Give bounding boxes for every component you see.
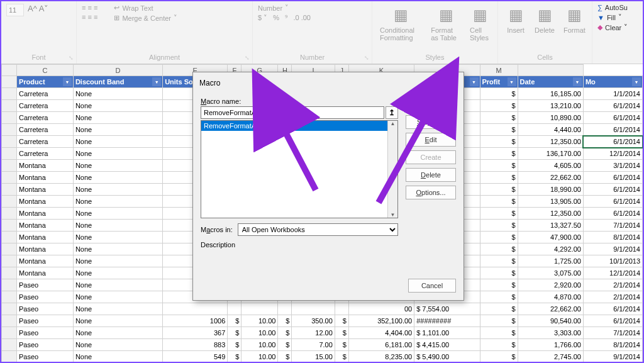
cell[interactable]: $: [480, 291, 518, 303]
cell[interactable]: 13,327.50: [518, 220, 583, 232]
cell[interactable]: 6/1/2014: [583, 136, 642, 148]
format-as-table-button[interactable]: ▦Format as Table: [428, 4, 464, 43]
cell[interactable]: $: [480, 339, 518, 351]
cell[interactable]: $: [480, 315, 518, 327]
cell[interactable]: 8,235.00: [348, 351, 414, 362]
cell[interactable]: 90,540.00: [518, 315, 583, 327]
col-header[interactable]: C: [17, 65, 74, 76]
cell[interactable]: 10/1/2013: [583, 255, 642, 267]
cell[interactable]: $: [480, 184, 518, 196]
macro-list-item[interactable]: RemoveFormatAsTable: [201, 121, 397, 131]
cell[interactable]: $: [480, 243, 518, 255]
cell[interactable]: Montana: [17, 220, 74, 232]
cell[interactable]: 3,303.00: [518, 327, 583, 339]
table-header-cell[interactable]: Product: [17, 76, 74, 88]
delete-button[interactable]: ▦Delete: [532, 4, 557, 35]
cell[interactable]: $ 7,554.00: [414, 303, 480, 315]
cell[interactable]: Montana: [17, 208, 74, 220]
cell[interactable]: Paseo: [17, 291, 74, 303]
cell[interactable]: Montana: [17, 196, 74, 208]
cell[interactable]: 15.00: [292, 351, 335, 362]
cell[interactable]: None: [73, 267, 162, 279]
cell[interactable]: Paseo: [17, 327, 74, 339]
cell[interactable]: [242, 303, 278, 315]
scrollbar[interactable]: ▲▼: [387, 121, 397, 218]
cell[interactable]: [335, 303, 348, 315]
edit-button[interactable]: Edit: [406, 133, 456, 147]
cell[interactable]: Carretera: [17, 88, 74, 100]
delete-dialog-button[interactable]: Delete: [406, 168, 456, 182]
cell[interactable]: Montana: [17, 184, 74, 196]
cell[interactable]: $ 5,490.00: [414, 351, 480, 362]
cell[interactable]: Montana: [17, 267, 74, 279]
cell[interactable]: 4,404.00: [348, 327, 414, 339]
step-into-button[interactable]: Step Into: [406, 115, 456, 129]
cell[interactable]: $: [228, 351, 242, 362]
cell[interactable]: $: [335, 315, 348, 327]
insert-button[interactable]: ▦Insert: [503, 4, 528, 35]
cell[interactable]: $: [335, 339, 348, 351]
macro-name-input[interactable]: [201, 106, 384, 119]
cell[interactable]: $: [228, 315, 242, 327]
table-header-cell[interactable]: Date: [518, 76, 583, 88]
table-header-cell[interactable]: Profit: [480, 76, 518, 88]
cell[interactable]: 8/1/2014: [583, 232, 642, 243]
cell[interactable]: 6/1/2014: [583, 172, 642, 184]
cell[interactable]: None: [73, 232, 162, 243]
cancel-button[interactable]: Cancel: [408, 279, 456, 293]
cell[interactable]: Montana: [17, 243, 74, 255]
cell[interactable]: 2/1/2014: [583, 279, 642, 291]
cell[interactable]: None: [73, 148, 162, 160]
cell[interactable]: 10,890.00: [518, 112, 583, 124]
cell[interactable]: $: [480, 196, 518, 208]
cell[interactable]: $: [480, 100, 518, 112]
cell[interactable]: 3,075.00: [518, 267, 583, 279]
dialog-close-button[interactable]: ✕: [441, 76, 457, 90]
cell[interactable]: $: [335, 327, 348, 339]
cell[interactable]: None: [73, 124, 162, 136]
cell[interactable]: 10.00: [242, 351, 278, 362]
cell[interactable]: None: [73, 351, 162, 362]
cell[interactable]: Paseo: [17, 339, 74, 351]
cell[interactable]: 13,905.00: [518, 196, 583, 208]
cell[interactable]: $: [480, 327, 518, 339]
cell[interactable]: 12,350.00: [518, 136, 583, 148]
cell[interactable]: 1/1/2014: [583, 88, 642, 100]
macro-name-go-button[interactable]: ↥: [386, 106, 398, 119]
conditional-formatting-button[interactable]: ▦Conditional Formatting: [377, 4, 425, 43]
cell[interactable]: 2,745.00: [518, 351, 583, 362]
table-header-cell[interactable]: Discount Band: [73, 76, 162, 88]
cell[interactable]: None: [73, 196, 162, 208]
run-button[interactable]: Run: [406, 98, 456, 111]
cell[interactable]: Carretera: [17, 136, 74, 148]
cell[interactable]: 6/1/2014: [583, 124, 642, 136]
cell[interactable]: $ 4,415.00: [414, 339, 480, 351]
cell[interactable]: Paseo: [17, 279, 74, 291]
cell[interactable]: 1,725.00: [518, 255, 583, 267]
options-button[interactable]: Options...: [406, 186, 456, 199]
cell[interactable]: 13,210.00: [518, 100, 583, 112]
cell[interactable]: $: [480, 303, 518, 315]
cell[interactable]: 7.00: [292, 339, 335, 351]
cell[interactable]: 136,170.00: [518, 148, 583, 160]
cell[interactable]: 6/1/2014: [583, 196, 642, 208]
cell[interactable]: 7/1/2014: [583, 220, 642, 232]
cell[interactable]: Carretera: [17, 100, 74, 112]
cell[interactable]: Carretera: [17, 112, 74, 124]
cell[interactable]: $: [480, 88, 518, 100]
cell[interactable]: None: [73, 303, 162, 315]
cell[interactable]: 7/1/2014: [583, 327, 642, 339]
cell[interactable]: 10.00: [242, 327, 278, 339]
cell[interactable]: 1006: [163, 315, 228, 327]
cell[interactable]: 4,870.00: [518, 291, 583, 303]
format-button[interactable]: ▦Format: [561, 4, 588, 35]
cell[interactable]: 4,440.00: [518, 124, 583, 136]
cell[interactable]: Paseo: [17, 303, 74, 315]
cell[interactable]: $: [480, 208, 518, 220]
autosum-button[interactable]: ∑AutoSu: [597, 4, 638, 11]
cell-styles-button[interactable]: ▦Cell Styles: [467, 4, 492, 43]
cell[interactable]: 22,662.00: [518, 172, 583, 184]
cell[interactable]: None: [73, 327, 162, 339]
cell[interactable]: None: [73, 136, 162, 148]
cell[interactable]: $: [480, 172, 518, 184]
